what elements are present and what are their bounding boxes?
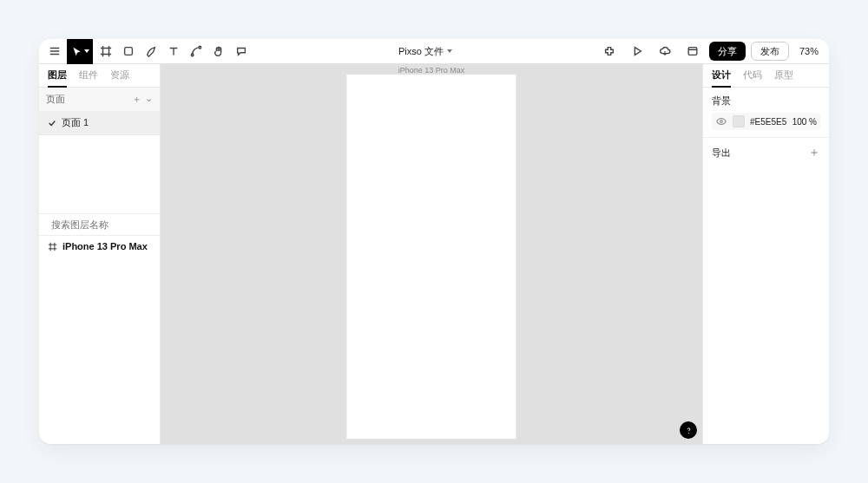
pages-section: 页面 ＋ ⌄ 页面 1 (39, 88, 160, 135)
tab-design[interactable]: 设计 (712, 69, 731, 87)
add-export-icon[interactable]: ＋ (808, 145, 820, 160)
file-title[interactable]: Pixso 文件 (398, 45, 452, 58)
artboard-iphone13promax[interactable] (347, 75, 516, 439)
layers-section: iPhone 13 Pro Max (39, 135, 160, 444)
background-title: 背景 (712, 95, 820, 108)
export-title: 导出 (712, 147, 731, 160)
left-tabs: 图层 组件 资源 (39, 64, 160, 88)
frame-tool-icon[interactable] (95, 40, 117, 62)
comment-tool-icon[interactable] (230, 40, 253, 62)
layer-item-frame[interactable]: iPhone 13 Pro Max (39, 236, 160, 257)
dev-mode-icon[interactable] (681, 40, 704, 62)
tab-prototype[interactable]: 原型 (774, 69, 793, 87)
export-section: 导出 ＋ (703, 138, 829, 167)
chevron-down-icon (447, 49, 452, 53)
svg-point-5 (687, 432, 688, 433)
plugin-icon[interactable] (598, 40, 621, 62)
tab-assets[interactable]: 资源 (110, 69, 129, 87)
app-window: Pixso 文件 分享 发布 73% (39, 39, 829, 444)
eye-icon[interactable] (715, 116, 727, 127)
layer-item-label: iPhone 13 Pro Max (62, 241, 148, 251)
hand-tool-icon[interactable] (207, 40, 230, 62)
tab-components[interactable]: 组件 (79, 69, 98, 87)
right-panel: 设计 代码 原型 背景 #E5E5E5 100 % 导出 ＋ (702, 64, 829, 444)
add-page-icon[interactable]: ＋ (132, 93, 141, 106)
share-button[interactable]: 分享 (709, 42, 746, 61)
frame-label[interactable]: iPhone 13 Pro Max (398, 66, 465, 75)
left-panel: 图层 组件 资源 页面 ＋ ⌄ 页面 1 (39, 64, 161, 444)
publish-button[interactable]: 发布 (751, 42, 789, 61)
play-icon[interactable] (626, 40, 648, 62)
move-tool-button[interactable] (67, 39, 93, 64)
tab-code[interactable]: 代码 (743, 69, 762, 87)
svg-rect-0 (125, 48, 133, 55)
cloud-sync-icon[interactable] (654, 40, 676, 62)
publish-label: 发布 (760, 45, 779, 58)
hamburger-menu-icon[interactable] (44, 40, 65, 62)
pen-tool-icon[interactable] (140, 40, 162, 62)
background-opacity[interactable]: 100 % (792, 117, 817, 127)
tab-layers[interactable]: 图层 (48, 69, 67, 87)
zoom-label: 73% (799, 46, 819, 56)
layer-search-input[interactable] (51, 219, 171, 230)
collapse-pages-icon[interactable]: ⌄ (145, 93, 153, 106)
page-item[interactable]: 页面 1 (39, 111, 160, 134)
help-badge[interactable] (680, 421, 697, 439)
share-label: 分享 (718, 45, 737, 58)
page-label: 页面 1 (62, 116, 89, 129)
chevron-down-icon (84, 49, 89, 53)
layer-search[interactable] (39, 213, 160, 236)
canvas[interactable]: iPhone 13 Pro Max (161, 64, 702, 444)
vector-tool-icon[interactable] (185, 40, 207, 62)
svg-rect-3 (688, 48, 697, 55)
toolbar: Pixso 文件 分享 发布 73% (39, 39, 829, 64)
background-hex[interactable]: #E5E5E5 (750, 117, 787, 127)
svg-point-6 (720, 121, 723, 123)
background-fill-row[interactable]: #E5E5E5 100 % (712, 113, 820, 130)
check-icon (48, 119, 56, 127)
color-swatch[interactable] (733, 115, 745, 127)
pages-title: 页面 (46, 93, 65, 106)
zoom-control[interactable]: 73% (794, 42, 824, 61)
file-title-label: Pixso 文件 (398, 45, 444, 58)
background-section: 背景 #E5E5E5 100 % (703, 88, 829, 138)
frame-icon (48, 242, 57, 251)
rectangle-tool-icon[interactable] (117, 40, 140, 62)
text-tool-icon[interactable] (162, 40, 185, 62)
